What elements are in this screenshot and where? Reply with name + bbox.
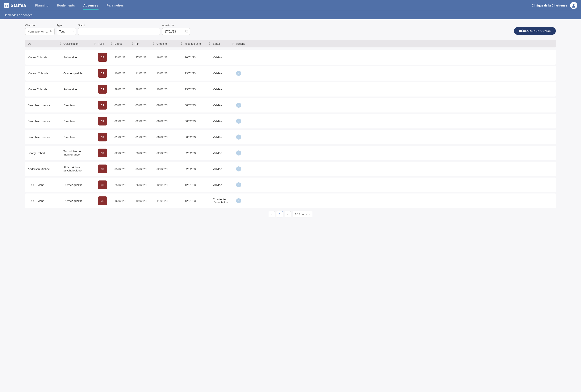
col-type[interactable]: Type▲▼ (98, 42, 114, 45)
cell-statut: Validée (213, 167, 236, 171)
type-badge: CP (98, 117, 107, 125)
brand-text: Staffea (10, 3, 26, 8)
cell-maj: 02/02/23 (185, 151, 213, 155)
close-icon (238, 120, 240, 122)
type-select[interactable]: Tout (57, 28, 76, 35)
cell-maj: 06/02/23 (185, 120, 213, 123)
cancel-button[interactable] (236, 150, 241, 155)
cell-actions (236, 71, 256, 76)
tab-parametres[interactable]: Paramètres (103, 1, 127, 10)
tab-planning[interactable]: Planning (32, 1, 52, 10)
col-creee[interactable]: Créée le▲▼ (156, 42, 185, 45)
cell-qualification: Animatrice (64, 56, 98, 59)
cancel-button[interactable] (236, 134, 241, 140)
cell-de: Baumbach Jesica (28, 136, 64, 139)
page-number-1[interactable]: 1 (277, 211, 283, 217)
avatar[interactable] (570, 2, 577, 9)
page-prev-button[interactable] (269, 211, 275, 217)
sort-icon: ▲▼ (232, 42, 236, 45)
sub-nav: Demandes de congés (0, 11, 581, 19)
table-row: Baumbach JesicaDirecteurCP03/02/2303/02/… (25, 98, 556, 112)
cancel-button[interactable] (236, 166, 241, 171)
declare-leave-button[interactable]: DÉCLARER UN CONGÉ (514, 27, 556, 35)
leave-table: De▲▼ Qualification▲▼ Type▲▼ Début▲▼ Fin▲… (25, 40, 556, 208)
cell-type: CP (98, 69, 114, 78)
type-badge: CP (98, 85, 107, 94)
table-row: Anderson MichaelAide médico-psychologiqu… (25, 162, 556, 176)
page-size-select[interactable]: 10 / page (292, 211, 312, 217)
cell-debut: 23/02/23 (114, 56, 136, 59)
cell-actions (236, 150, 256, 155)
chevron-right-icon (287, 213, 289, 215)
cell-type: CP (98, 196, 114, 205)
cell-de: Baumbach Jesica (28, 104, 64, 107)
type-badge: CP (98, 149, 107, 157)
col-qualification[interactable]: Qualification▲▼ (64, 42, 98, 45)
table-row: Moreau YolandeOuvrier qualifiéCP10/02/23… (25, 66, 556, 81)
cell-creee: 02/02/23 (156, 167, 185, 171)
cell-debut: 02/02/23 (114, 120, 136, 123)
cell-qualification: Directeur (64, 120, 98, 123)
cell-fin: 28/02/23 (136, 88, 156, 91)
col-statut[interactable]: Statut▲▼ (213, 42, 236, 45)
cell-qualification: Ouvrier qualifié (64, 72, 98, 75)
type-badge: CP (98, 101, 107, 109)
top-nav: Staffea Planning Roulements Absences Par… (0, 0, 581, 11)
nav-tabs: Planning Roulements Absences Paramètres (32, 1, 127, 10)
cell-fin: 26/02/23 (136, 183, 156, 187)
cancel-button[interactable] (236, 71, 241, 76)
page-next-button[interactable] (284, 211, 291, 217)
close-icon (238, 104, 240, 106)
cancel-button[interactable] (236, 198, 241, 203)
cell-qualification: Ouvrier qualifié (64, 183, 98, 187)
cell-fin: 05/02/23 (136, 167, 156, 171)
cell-fin: 27/02/23 (136, 56, 156, 59)
cell-type: CP (98, 149, 114, 157)
svg-point-2 (5, 5, 6, 6)
cell-creee: 10/02/23 (156, 88, 185, 91)
sort-icon: ▲▼ (180, 42, 185, 45)
cell-qualification: Animatrice (64, 88, 98, 91)
close-icon (238, 168, 240, 170)
type-label: Type (57, 24, 76, 27)
svg-line-6 (52, 31, 53, 32)
col-de[interactable]: De▲▼ (28, 42, 64, 45)
cell-de: Morina Yolanda (28, 56, 64, 59)
cancel-button[interactable] (236, 182, 241, 187)
cell-type: CP (98, 165, 114, 173)
tab-roulements[interactable]: Roulements (54, 1, 78, 10)
cell-debut: 01/02/23 (114, 136, 136, 139)
filter-from: À partir du (162, 24, 190, 35)
user-icon (572, 3, 576, 7)
table-header: De▲▼ Qualification▲▼ Type▲▼ Début▲▼ Fin▲… (25, 40, 556, 47)
table-row: EUDES JohnOuvrier qualifiéCP25/02/2326/0… (25, 178, 556, 192)
cell-maj: 12/01/23 (185, 183, 213, 187)
col-debut[interactable]: Début▲▼ (114, 42, 136, 45)
svg-rect-1 (4, 3, 9, 4)
table-row: Baumbach JesicaDirecteurCP01/02/2301/02/… (25, 130, 556, 144)
cell-debut: 10/02/23 (114, 72, 136, 75)
cell-type: CP (98, 53, 114, 62)
cell-creee: 11/01/23 (156, 199, 185, 203)
cell-type: CP (98, 133, 114, 141)
subtab-demandes[interactable]: Demandes de congés (4, 11, 32, 19)
cell-fin: 03/02/23 (136, 104, 156, 107)
tab-absences[interactable]: Absences (80, 1, 102, 10)
cell-actions (236, 134, 256, 140)
top-right: Clinique de la Chartreuse (532, 2, 577, 9)
col-maj[interactable]: Mise à jour le▲▼ (185, 42, 213, 45)
cancel-button[interactable] (236, 119, 241, 124)
col-fin[interactable]: Fin▲▼ (136, 42, 156, 45)
status-input[interactable] (78, 28, 160, 35)
cell-creee: 06/02/23 (156, 136, 185, 139)
from-label: À partir du (162, 24, 190, 27)
cell-fin: 11/02/23 (136, 72, 156, 75)
pagination: 1 10 / page (25, 211, 556, 217)
table-row: Beatty RobertTechnicien de maintenanceCP… (25, 146, 556, 160)
table-row: Baumbach JesicaDirecteurCP02/02/2302/02/… (25, 114, 556, 128)
close-icon (238, 200, 240, 202)
cell-fin: 02/02/23 (136, 120, 156, 123)
cancel-button[interactable] (236, 103, 241, 108)
brand-logo[interactable]: Staffea (4, 2, 26, 8)
search-label: Chercher (25, 24, 54, 27)
